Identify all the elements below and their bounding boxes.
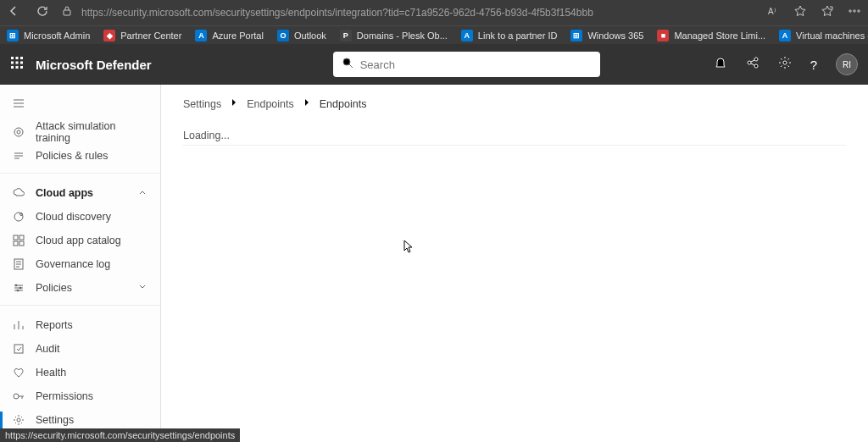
collections-icon[interactable]: [821, 4, 834, 21]
app-header: Microsoft Defender ? RI: [0, 44, 868, 85]
svg-rect-24: [19, 235, 24, 240]
svg-rect-31: [14, 345, 23, 353]
sidebar-section-cloud-apps[interactable]: Cloud apps: [0, 181, 160, 205]
sidebar-item-label: Governance log: [36, 258, 110, 270]
favorite-label: Virtual machines -...: [796, 30, 868, 41]
svg-rect-26: [19, 241, 24, 246]
favorite-label: Managed Store Limi...: [674, 30, 765, 41]
back-icon[interactable]: [7, 4, 20, 21]
sidebar-item-label: Audit: [36, 343, 60, 355]
svg-rect-10: [20, 62, 23, 64]
sidebar-item-cloud-app-catalog[interactable]: Cloud app catalog: [0, 229, 160, 252]
address-url[interactable]: https://security.microsoft.com/securitys…: [81, 7, 593, 19]
favorite-star-icon[interactable]: [793, 4, 807, 21]
svg-point-33: [17, 418, 20, 422]
sidebar-item-attack-simulation[interactable]: Attack simulation training: [0, 120, 160, 144]
favorite-label: Partner Center: [120, 30, 181, 41]
svg-point-15: [748, 61, 751, 64]
sidebar-item-policies[interactable]: Policies: [0, 276, 160, 300]
svg-rect-11: [11, 66, 14, 69]
svg-point-29: [19, 287, 21, 289]
svg-point-30: [17, 290, 19, 291]
favorite-link[interactable]: AAzure Portal: [195, 30, 264, 41]
svg-point-21: [14, 213, 23, 221]
sidebar-item-reports[interactable]: Reports: [0, 313, 160, 337]
svg-rect-8: [11, 62, 14, 64]
app-title: Microsoft Defender: [36, 58, 152, 72]
chevron-down-icon: [136, 281, 148, 296]
browser-toolbar: https://security.microsoft.com/securitys…: [0, 0, 868, 25]
chevron-right-icon: [301, 97, 313, 111]
svg-rect-7: [20, 57, 23, 59]
svg-rect-0: [64, 10, 70, 15]
favorite-label: Windows 365: [587, 30, 643, 41]
favorite-link[interactable]: AVirtual machines -...: [779, 30, 868, 41]
sidebar-item-label: Health: [36, 367, 66, 378]
svg-point-32: [14, 394, 19, 399]
favorite-link[interactable]: ⊞Microsoft Admin: [7, 30, 90, 41]
sidebar-item-health[interactable]: Health: [0, 361, 160, 384]
favorite-label: Microsoft Admin: [24, 30, 90, 41]
svg-point-17: [754, 64, 758, 68]
breadcrumb-item[interactable]: Endpoints: [247, 98, 294, 110]
sidebar-item-label: Settings: [36, 414, 74, 426]
svg-point-28: [15, 285, 17, 286]
notifications-icon[interactable]: [714, 56, 727, 73]
sidebar-section-label: Cloud apps: [36, 187, 93, 199]
chevron-right-icon: [228, 97, 240, 111]
favorite-link[interactable]: PDomains - Plesk Ob...: [340, 30, 448, 41]
svg-point-4: [858, 10, 860, 12]
favorite-label: Azure Portal: [212, 30, 264, 41]
sidebar-item-label: Attack simulation training: [36, 120, 148, 144]
app-launcher-icon[interactable]: [10, 56, 24, 73]
favorite-link[interactable]: ⊞Windows 365: [570, 30, 643, 41]
more-icon[interactable]: [848, 4, 861, 21]
read-aloud-icon[interactable]: A⁾: [768, 5, 780, 20]
help-icon[interactable]: ?: [810, 58, 817, 72]
svg-point-2: [849, 10, 851, 12]
lock-icon[interactable]: [61, 5, 73, 20]
favorite-label: Link to a partner ID: [478, 30, 558, 41]
svg-point-22: [20, 213, 23, 216]
sidebar-item-label: Cloud app catalog: [36, 235, 121, 246]
sidebar-item-permissions[interactable]: Permissions: [0, 384, 160, 408]
avatar[interactable]: RI: [836, 53, 858, 75]
refresh-icon[interactable]: [36, 4, 49, 21]
svg-point-16: [754, 58, 758, 61]
loading-text: Loading...: [183, 130, 846, 146]
svg-point-20: [17, 130, 20, 134]
favorite-link[interactable]: ■Managed Store Limi...: [657, 30, 765, 41]
sidebar-item-policies-rules[interactable]: Policies & rules: [0, 144, 160, 168]
favorite-link[interactable]: OOutlook: [277, 30, 326, 41]
settings-gear-icon[interactable]: [778, 56, 792, 73]
sidebar-item-cloud-discovery[interactable]: Cloud discovery: [0, 205, 160, 229]
share-icon[interactable]: [746, 56, 760, 73]
svg-rect-23: [14, 235, 18, 240]
svg-rect-12: [16, 66, 19, 69]
link-status-bar: https://security.microsoft.com/securitys…: [0, 428, 240, 442]
collapse-menu-icon[interactable]: [0, 90, 160, 120]
svg-point-19: [14, 128, 23, 136]
breadcrumb: Settings Endpoints Endpoints: [183, 97, 846, 111]
favorite-label: Domains - Plesk Ob...: [357, 30, 448, 41]
svg-point-14: [343, 58, 350, 65]
search-box[interactable]: [333, 52, 600, 77]
sidebar-item-label: Reports: [36, 319, 73, 331]
sidebar-item-label: Permissions: [36, 390, 93, 402]
search-input[interactable]: [360, 58, 592, 71]
sidebar-item-governance-log[interactable]: Governance log: [0, 252, 160, 276]
main-content: Settings Endpoints Endpoints Loading...: [161, 85, 868, 442]
sidebar-item-label: Policies: [36, 282, 72, 294]
sidebar-item-label: Policies & rules: [36, 150, 108, 162]
svg-rect-9: [16, 62, 19, 64]
favorites-bar: ⊞Microsoft Admin ◆Partner Center AAzure …: [0, 25, 868, 44]
breadcrumb-item[interactable]: Settings: [183, 98, 221, 110]
svg-rect-5: [11, 57, 14, 59]
breadcrumb-current: Endpoints: [320, 98, 367, 110]
cursor-icon: [403, 240, 414, 257]
favorite-link[interactable]: ◆Partner Center: [103, 30, 181, 41]
svg-point-18: [783, 61, 787, 64]
svg-point-3: [854, 10, 855, 12]
favorite-link[interactable]: ALink to a partner ID: [461, 30, 558, 41]
sidebar-item-audit[interactable]: Audit: [0, 337, 160, 361]
